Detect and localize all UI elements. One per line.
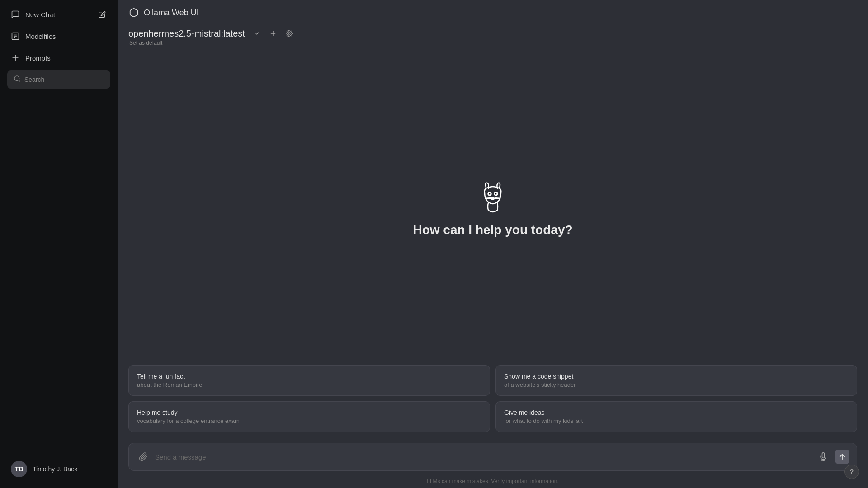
model-settings-button[interactable] [283, 27, 296, 40]
welcome-heading: How can I help you today? [413, 223, 572, 237]
model-controls [250, 27, 296, 40]
search-icon [14, 75, 21, 84]
suggestion-subtitle-0: about the Roman Empire [137, 381, 481, 388]
modelfiles-label: Modelfiles [25, 33, 56, 40]
send-button[interactable] [835, 450, 849, 464]
chat-area: How can I help you today? [118, 52, 868, 365]
suggestion-title-1: Show me a code snippet [504, 373, 849, 380]
new-chat-icon [11, 10, 20, 19]
svg-point-14 [495, 193, 497, 195]
svg-point-10 [288, 33, 290, 34]
microphone-button[interactable] [816, 450, 830, 464]
suggestion-subtitle-2: vocabulary for a college entrance exam [137, 418, 481, 424]
suggestions-area: Tell me a fun fact about the Roman Empir… [118, 365, 868, 439]
footer-disclaimer: LLMs can make mistakes. Verify important… [118, 478, 868, 488]
suggestion-card-2[interactable]: Help me study vocabulary for a college e… [128, 401, 490, 432]
suggestion-title-3: Give me ideas [504, 409, 849, 416]
sidebar: New Chat Modelfiles [0, 0, 118, 488]
sidebar-bottom: TB Timothy J. Baek [0, 450, 118, 488]
svg-line-7 [19, 80, 20, 81]
attach-button[interactable] [136, 450, 151, 464]
help-button[interactable]: ? [844, 465, 859, 479]
model-name[interactable]: openhermes2.5-mistral:latest [128, 28, 245, 39]
user-name: Timothy J. Baek [33, 465, 78, 473]
message-input[interactable] [155, 453, 811, 461]
model-area: openhermes2.5-mistral:latest [118, 25, 868, 52]
app-logo: Ollama Web UI [128, 7, 199, 18]
ollama-icon [128, 7, 139, 18]
suggestion-subtitle-3: for what to do with my kids' art [504, 418, 849, 424]
suggestion-card-3[interactable]: Give me ideas for what to do with my kid… [495, 401, 857, 432]
model-add-button[interactable] [267, 27, 279, 40]
welcome-mascot [475, 179, 511, 216]
prompts-label: Prompts [25, 54, 51, 62]
app-name: Ollama Web UI [144, 8, 199, 18]
sidebar-nav: New Chat Modelfiles [0, 0, 118, 450]
suggestion-card-1[interactable]: Show me a code snippet of a website's st… [495, 365, 857, 396]
avatar: TB [11, 461, 27, 477]
suggestion-card-0[interactable]: Tell me a fun fact about the Roman Empir… [128, 365, 490, 396]
suggestion-title-2: Help me study [137, 409, 481, 416]
main-content: Ollama Web UI openhermes2.5-mistral:late… [118, 0, 868, 488]
input-area [118, 439, 868, 478]
svg-line-18 [495, 197, 500, 197]
set-default-link[interactable]: Set as default [128, 40, 857, 46]
suggestion-title-0: Tell me a fun fact [137, 373, 481, 380]
input-box [128, 443, 857, 471]
prompts-icon [11, 53, 20, 62]
model-selector: openhermes2.5-mistral:latest [128, 27, 857, 40]
model-dropdown-button[interactable] [250, 27, 263, 40]
suggestion-subtitle-1: of a website's sticky header [504, 381, 849, 388]
sidebar-item-new-chat[interactable]: New Chat [4, 4, 114, 25]
svg-line-16 [486, 197, 491, 197]
search-wrap[interactable] [7, 70, 110, 89]
sidebar-item-prompts[interactable]: Prompts [4, 47, 114, 69]
svg-point-13 [489, 193, 491, 195]
topbar: Ollama Web UI [118, 0, 868, 25]
edit-icon [98, 10, 107, 19]
modelfiles-icon [11, 32, 20, 41]
sidebar-item-modelfiles[interactable]: Modelfiles [4, 25, 114, 47]
user-profile[interactable]: TB Timothy J. Baek [4, 455, 114, 483]
new-chat-label: New Chat [25, 11, 55, 19]
search-container [4, 69, 114, 92]
svg-point-15 [492, 197, 494, 199]
search-input[interactable] [24, 76, 104, 83]
